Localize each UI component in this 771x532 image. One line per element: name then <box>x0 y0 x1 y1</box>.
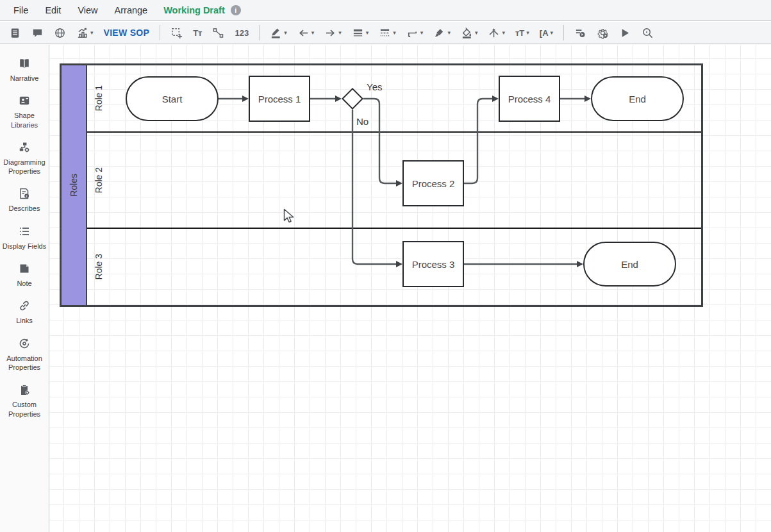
insert-chart-button[interactable]: ▾ <box>71 24 99 42</box>
font-size-icon: тT <box>515 28 524 38</box>
shape-label: End <box>629 94 646 104</box>
connector-decision-to-process-2[interactable] <box>363 99 397 183</box>
sidebar-item-shape-libraries[interactable]: Shape Libraries <box>0 88 49 135</box>
shape-end-3[interactable]: End <box>583 242 676 287</box>
comment-button[interactable] <box>26 24 49 42</box>
list-icon <box>18 225 31 238</box>
comment-icon <box>31 27 44 39</box>
connector-style-icon <box>406 27 419 39</box>
chevron-down-icon: ▾ <box>90 30 94 36</box>
line-style-icon <box>379 27 391 39</box>
document-button[interactable] <box>4 24 26 42</box>
chevron-down-icon: ▾ <box>475 30 478 36</box>
line-end-arrow-icon <box>324 27 336 39</box>
connector-decision-to-process-3[interactable] <box>352 110 397 264</box>
insert-chart-icon <box>76 27 88 39</box>
sidebar-item-links[interactable]: Links <box>0 294 49 331</box>
chevron-down-icon: ▾ <box>393 30 396 36</box>
shape-end-1[interactable]: End <box>591 76 684 121</box>
line-jumps-icon <box>488 27 500 39</box>
sidebar-item-automation-properties[interactable]: Automation Properties <box>0 331 49 378</box>
connector-process-2-to-process-4[interactable] <box>464 99 493 183</box>
globe-icon <box>54 27 66 39</box>
menu-bar: FileEditViewArrangeWorking Drafti <box>0 0 771 21</box>
line-end-arrow-button[interactable]: ▾ <box>319 24 347 42</box>
connector-shape-icon <box>212 27 224 39</box>
play-icon <box>619 27 631 39</box>
fill-color-button[interactable]: ▾ <box>456 24 483 42</box>
shape-process-4[interactable]: Process 4 <box>499 76 560 122</box>
run-automation-button[interactable] <box>592 24 614 42</box>
info-icon[interactable]: i <box>231 5 241 15</box>
sidebar-item-custom-properties[interactable]: Custom Properties <box>0 378 49 424</box>
fill-color-icon <box>461 27 473 39</box>
menu-edit[interactable]: Edit <box>37 5 69 15</box>
data-overlay-button[interactable] <box>569 24 592 42</box>
magnifier-icon <box>642 27 654 39</box>
zoom-button[interactable] <box>636 24 659 42</box>
sidebar-item-note[interactable]: Note <box>0 256 49 294</box>
menu-view[interactable]: View <box>69 5 106 15</box>
present-button[interactable] <box>614 24 636 42</box>
language-button[interactable] <box>49 24 71 42</box>
shape-label: End <box>621 259 638 270</box>
shape-label: Process 4 <box>508 94 551 104</box>
sidebar-item-label: Links <box>1 316 47 325</box>
text-shape-button[interactable]: Tт <box>188 26 207 40</box>
line-width-button[interactable]: ▾ <box>347 24 374 42</box>
line-style-button[interactable]: ▾ <box>374 24 401 42</box>
number-shape-icon: 123 <box>235 28 249 38</box>
line-jumps-button[interactable]: ▾ <box>483 24 510 42</box>
line-color-button[interactable]: ▾ <box>265 24 292 42</box>
view-sop-button[interactable]: VIEW SOP <box>99 25 155 40</box>
toolbar: ▾VIEW SOPTт123▾▾▾▾▾▾▾▾▾тT▾[A▾ <box>0 22 771 44</box>
toolbar-divider <box>160 25 160 40</box>
chevron-down-icon: ▾ <box>526 30 529 36</box>
font-size-button[interactable]: тT▾ <box>510 26 535 40</box>
sidebar-item-label: Describes <box>1 204 47 213</box>
left-sidebar: NarrativeShape LibrariesDiagramming Prop… <box>0 45 49 532</box>
chevron-down-icon: ▾ <box>502 30 505 36</box>
shape-process-1[interactable]: Process 1 <box>249 76 310 122</box>
document-info-icon: i <box>18 187 31 200</box>
shapes-icon <box>18 94 31 107</box>
format-painter-button[interactable]: ▾ <box>428 24 456 42</box>
sidebar-item-label: Display Fields <box>1 242 47 251</box>
sidebar-item-describes[interactable]: iDescribes <box>0 181 49 219</box>
application-window: FileEditViewArrangeWorking Drafti ▾VIEW … <box>0 0 771 532</box>
chevron-down-icon: ▾ <box>338 30 342 36</box>
edge-label-yes[interactable]: Yes <box>367 81 382 92</box>
link-icon <box>18 299 31 312</box>
diagram-canvas[interactable]: RolesRole 1Role 2Role 3StartProcess 1Pro… <box>50 45 771 532</box>
sidebar-item-label: Custom Properties <box>1 400 47 419</box>
document-icon <box>9 27 21 39</box>
shape-label: Process 2 <box>412 178 455 189</box>
line-start-arrow-button[interactable]: ▾ <box>292 24 320 42</box>
edge-label-no[interactable]: No <box>356 116 369 127</box>
text-format-icon: [A <box>540 28 549 38</box>
chevron-down-icon: ▾ <box>311 30 315 36</box>
sidebar-item-diagramming-properties[interactable]: Diagramming Properties <box>0 135 49 182</box>
shape-process-3[interactable]: Process 3 <box>402 241 464 287</box>
number-shape-button[interactable]: 123 <box>229 26 254 40</box>
document-status[interactable]: Working Draft <box>163 5 225 15</box>
connector-shape-button[interactable] <box>207 24 229 42</box>
line-start-arrow-icon <box>297 27 310 39</box>
sidebar-item-label: Diagramming Properties <box>1 158 47 176</box>
marquee-select-button[interactable] <box>165 24 188 42</box>
text-format-button[interactable]: [A▾ <box>535 26 558 40</box>
shape-start[interactable]: Start <box>126 76 219 121</box>
menu-arrange[interactable]: Arrange <box>106 5 156 15</box>
line-width-icon <box>352 27 364 39</box>
chevron-down-icon: ▾ <box>420 30 424 36</box>
sidebar-item-display-fields[interactable]: Display Fields <box>0 219 49 256</box>
text-shape-icon: Tт <box>193 28 202 38</box>
data-overlay-icon <box>574 27 586 39</box>
sidebar-item-narrative[interactable]: Narrative <box>0 51 49 88</box>
sidebar-item-label: Automation Properties <box>1 354 47 372</box>
shape-process-2[interactable]: Process 2 <box>402 160 464 206</box>
menu-file[interactable]: File <box>5 5 37 15</box>
connector-style-button[interactable]: ▾ <box>401 24 429 42</box>
chevron-down-icon: ▾ <box>284 30 287 36</box>
chevron-down-icon: ▾ <box>447 30 451 36</box>
